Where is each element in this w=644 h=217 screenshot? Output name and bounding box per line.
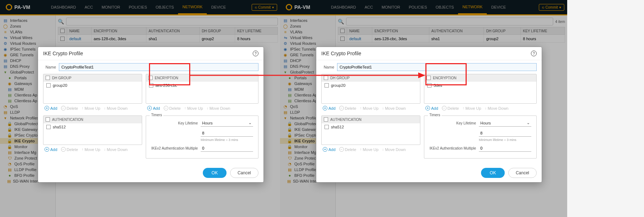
table-row[interactable]: default aes-128-cbc, 3des sha1 group2 8 … xyxy=(338,35,565,43)
sidebar-item-vlans[interactable]: ≡VLANs xyxy=(280,29,335,35)
nav-acc[interactable]: ACC xyxy=(360,0,377,14)
name-input[interactable] xyxy=(59,63,258,71)
key-lifetime-value-input[interactable] xyxy=(479,129,531,137)
row-name-link[interactable]: default xyxy=(69,37,81,41)
nav-objects[interactable]: OBJECTS xyxy=(431,0,458,14)
delete-button[interactable]: −Delete xyxy=(442,106,459,110)
dh-group-select-all[interactable] xyxy=(324,76,328,80)
auth-select-all[interactable] xyxy=(46,117,50,122)
move-down-button[interactable]: ↓Move Down xyxy=(206,106,230,110)
move-up-button[interactable]: ↑Move Up xyxy=(81,106,100,110)
move-down-button[interactable]: ↓Move Down xyxy=(382,147,406,152)
search-input[interactable] xyxy=(346,18,553,25)
sidebar-item-virtual-wires[interactable]: ⇋Virtual Wires xyxy=(280,35,335,41)
move-down-button[interactable]: ↓Move Down xyxy=(104,147,127,152)
col-name[interactable]: NAME xyxy=(67,27,92,35)
auth-item[interactable]: sha512 xyxy=(322,123,420,131)
col-key-lifetime[interactable]: KEY LIFETIME xyxy=(235,27,277,35)
key-lifetime-unit-select[interactable]: Hours⌄ xyxy=(201,119,253,127)
move-down-button[interactable]: ↓Move Down xyxy=(485,106,508,110)
delete-button[interactable]: −Delete xyxy=(61,106,78,110)
add-button[interactable]: +Add xyxy=(45,106,57,110)
nav-policies[interactable]: POLICIES xyxy=(125,0,151,14)
item-checkbox[interactable] xyxy=(427,83,431,88)
nav-network[interactable]: NETWORK xyxy=(178,0,207,14)
ikev2-multiple-input[interactable] xyxy=(479,145,531,152)
auth-select-all[interactable] xyxy=(324,117,328,122)
nav-monitor[interactable]: MONITOR xyxy=(97,0,125,14)
add-button[interactable]: +Add xyxy=(45,147,57,152)
add-button[interactable]: +Add xyxy=(425,106,438,110)
col-name[interactable]: NAME xyxy=(347,27,372,35)
add-button[interactable]: +Add xyxy=(323,106,336,110)
add-button[interactable]: +Add xyxy=(147,106,160,110)
nav-policies[interactable]: POLICIES xyxy=(405,0,431,14)
select-all-checkbox[interactable] xyxy=(340,29,345,33)
help-icon[interactable]: ? xyxy=(253,51,258,56)
dh-group-select-all[interactable] xyxy=(46,76,50,80)
sidebar-item-virtual-routers[interactable]: ⚙Virtual Routers xyxy=(280,41,335,46)
col-dh-group[interactable]: DH GROUP xyxy=(199,27,235,35)
nav-monitor[interactable]: MONITOR xyxy=(377,0,405,14)
item-checkbox[interactable] xyxy=(325,125,329,129)
col-authentication[interactable]: AUTHENTICATION xyxy=(429,27,484,35)
key-lifetime-value-input[interactable] xyxy=(201,129,253,137)
delete-button[interactable]: −Delete xyxy=(61,147,78,152)
row-name-link[interactable]: default xyxy=(349,37,361,41)
enc-select-all[interactable] xyxy=(148,76,153,80)
auth-item[interactable]: sha512 xyxy=(43,123,142,131)
cancel-button[interactable]: Cancel xyxy=(230,168,258,178)
cancel-button[interactable]: Cancel xyxy=(508,168,537,178)
ok-button[interactable]: OK xyxy=(203,168,226,178)
item-checkbox[interactable] xyxy=(46,125,51,129)
item-checkbox[interactable] xyxy=(325,83,329,88)
item-checkbox[interactable] xyxy=(149,83,153,88)
dh-group-item[interactable]: group20 xyxy=(322,81,420,89)
delete-button[interactable]: −Delete xyxy=(339,147,356,152)
col-encryption[interactable]: ENCRYPTION xyxy=(372,27,429,35)
encryption-item[interactable]: 3des xyxy=(424,81,536,89)
sidebar-item-virtual-wires[interactable]: ⇋Virtual Wires xyxy=(0,35,55,41)
nav-objects[interactable]: OBJECTS xyxy=(151,0,178,14)
sidebar-item-vlans[interactable]: ≡VLANs xyxy=(0,29,55,35)
sidebar-item-interfaces[interactable]: ▤Interfaces xyxy=(0,18,55,23)
commit-button[interactable]: ⎋ Commit ▾ xyxy=(539,4,564,11)
dh-group-item[interactable]: group20 xyxy=(43,81,142,89)
ok-button[interactable]: OK xyxy=(481,168,504,178)
delete-button[interactable]: −Delete xyxy=(164,106,181,110)
move-up-button[interactable]: ↑Move Up xyxy=(360,147,378,152)
encryption-item[interactable]: aes-256-cbc xyxy=(146,81,258,89)
nav-device[interactable]: DEVICE xyxy=(487,0,510,14)
sidebar-item-virtual-routers[interactable]: ⚙Virtual Routers xyxy=(0,41,55,46)
col-authentication[interactable]: AUTHENTICATION xyxy=(146,27,200,35)
col-encryption[interactable]: ENCRYPTION xyxy=(92,27,146,35)
nav-network[interactable]: NETWORK xyxy=(458,0,487,14)
key-lifetime-unit-select[interactable]: Hours⌄ xyxy=(479,119,531,127)
sidebar-item-zones[interactable]: ◯Zones xyxy=(280,23,335,29)
nav-acc[interactable]: ACC xyxy=(80,0,97,14)
nav-dashboard[interactable]: DASHBOARD xyxy=(47,0,80,14)
enc-select-all[interactable] xyxy=(426,76,431,80)
commit-button[interactable]: ⎋ Commit ▾ xyxy=(252,4,277,11)
search-input[interactable] xyxy=(66,18,278,25)
table-row[interactable]: default aes-128-cbc, 3des sha1 group2 8 … xyxy=(58,35,278,43)
item-checkbox[interactable] xyxy=(46,83,51,88)
move-up-button[interactable]: ↑Move Up xyxy=(462,106,481,110)
select-all-checkbox[interactable] xyxy=(60,29,65,33)
sidebar-item-zones[interactable]: ◯Zones xyxy=(0,23,55,29)
row-checkbox[interactable] xyxy=(340,37,345,41)
nav-device[interactable]: DEVICE xyxy=(207,0,230,14)
delete-button[interactable]: −Delete xyxy=(339,106,356,110)
col-key-lifetime[interactable]: KEY LIFETIME xyxy=(521,27,565,35)
move-up-button[interactable]: ↑Move Up xyxy=(184,106,203,110)
sidebar-item-interfaces[interactable]: ▤Interfaces xyxy=(280,18,335,23)
move-up-button[interactable]: ↑Move Up xyxy=(81,147,100,152)
col-dh-group[interactable]: DH GROUP xyxy=(484,27,521,35)
name-input[interactable] xyxy=(337,63,537,71)
move-down-button[interactable]: ↓Move Down xyxy=(104,106,127,110)
move-down-button[interactable]: ↓Move Down xyxy=(382,106,406,110)
row-checkbox[interactable] xyxy=(60,37,65,41)
help-icon[interactable]: ? xyxy=(531,51,537,56)
add-button[interactable]: +Add xyxy=(323,147,336,152)
nav-dashboard[interactable]: DASHBOARD xyxy=(327,0,360,14)
